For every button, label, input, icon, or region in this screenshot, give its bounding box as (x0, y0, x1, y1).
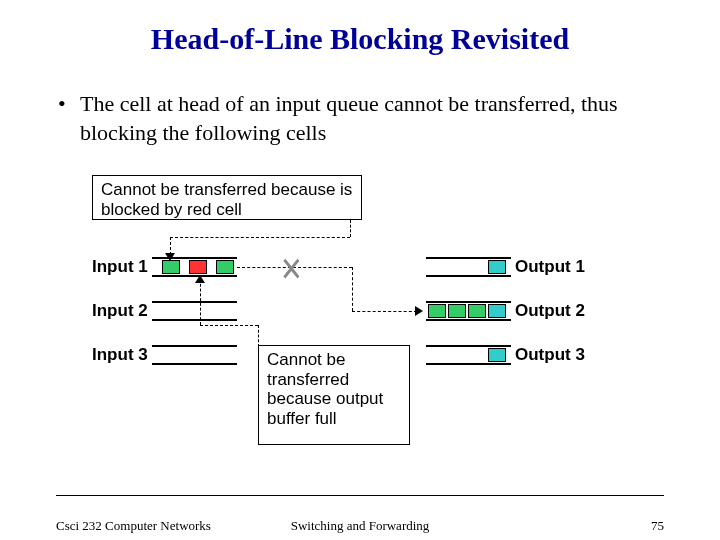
cell-green (428, 304, 446, 318)
annotation-leader (200, 279, 201, 325)
cell-green (216, 260, 234, 274)
cell-green (162, 260, 180, 274)
cell-green (448, 304, 466, 318)
input-2-queue (152, 301, 237, 321)
input-3-queue (152, 345, 237, 365)
note-buffer-full: Cannot be transferred because output buf… (258, 345, 410, 445)
cell-cyan (488, 260, 506, 274)
output-3-label: Output 3 (515, 345, 585, 365)
cell-green (468, 304, 486, 318)
footer-rule (56, 495, 664, 496)
annotation-leader (352, 311, 417, 312)
bullet-text: The cell at head of an input queue canno… (80, 90, 660, 147)
cell-cyan (488, 348, 506, 362)
arrowhead-icon (165, 253, 175, 261)
annotation-leader (170, 237, 350, 238)
footer-right: 75 (651, 518, 664, 534)
input-2-label: Input 2 (92, 301, 148, 321)
diagram: Cannot be transferred because is blocked… (90, 175, 645, 465)
annotation-leader (352, 267, 353, 311)
input-3-label: Input 3 (92, 345, 148, 365)
footer-center: Switching and Forwarding (0, 518, 720, 534)
annotation-leader (200, 325, 258, 326)
output-2-label: Output 2 (515, 301, 585, 321)
page-title: Head-of-Line Blocking Revisited (0, 0, 720, 56)
arrowhead-icon (415, 306, 423, 316)
cell-red (189, 260, 207, 274)
blocked-x-icon: ✕ (280, 249, 302, 289)
output-1-label: Output 1 (515, 257, 585, 277)
annotation-leader (350, 220, 351, 237)
annotation-leader (258, 325, 259, 347)
cell-cyan (488, 304, 506, 318)
note-blocked-by-red: Cannot be transferred because is blocked… (92, 175, 362, 220)
arrowhead-icon (195, 275, 205, 283)
input-1-label: Input 1 (92, 257, 148, 277)
